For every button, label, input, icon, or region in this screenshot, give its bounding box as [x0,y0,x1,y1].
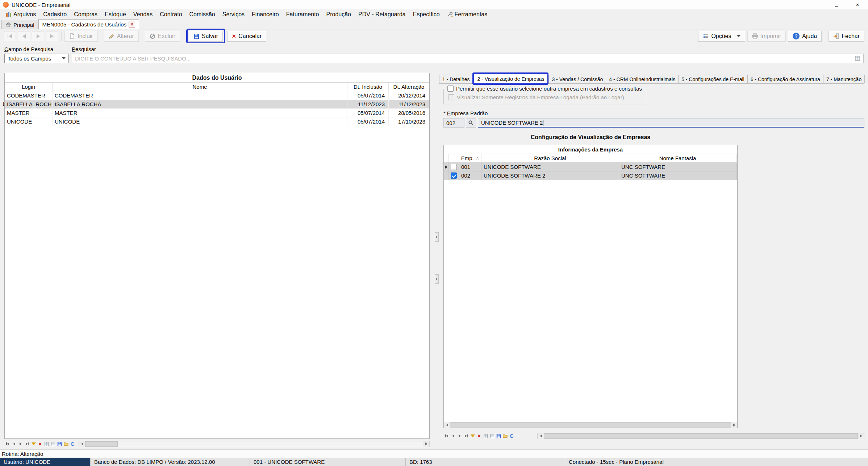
allow-other-company-checkbox[interactable] [447,86,454,92]
save-layout-button[interactable] [496,433,502,439]
fechar-button[interactable]: Fechar [829,31,864,42]
table-row[interactable]: CODEMASTER CODEMASTER 05/07/2014 20/12/2… [5,91,429,100]
scroll-right-button[interactable] [423,441,429,447]
grid-view-button[interactable] [483,433,489,439]
company-visible-checkbox[interactable] [451,172,457,179]
menu-item-especifico[interactable]: Específico [409,10,443,19]
grid-view-button[interactable] [43,441,50,447]
nav-next-button[interactable] [456,433,463,439]
company-grid-scrollbar[interactable] [444,422,737,428]
splitter-collapse-button[interactable] [435,274,439,284]
record-next-button[interactable] [32,31,44,41]
tab-men0005-cadastros-usuarios[interactable]: MEN0005 - Cadastros de Usuários × [38,19,139,29]
table-row[interactable]: UNICODE UNICODE 05/07/2014 17/10/2023 [5,117,429,126]
default-company-code-field[interactable]: 002 [443,118,464,128]
table-row[interactable]: MASTER MASTER 05/07/2014 28/05/2016 [5,109,429,117]
company-lookup-button[interactable] [466,118,476,128]
menu-item-arquivos[interactable]: Arquivos [2,10,39,19]
nav-first-button[interactable] [4,441,11,447]
company-row[interactable]: 002 UNICODE SOFTWARE 2 UNC SOFTWARE [444,171,737,180]
scroll-right-button[interactable] [858,433,864,439]
nav-next-button[interactable] [17,441,24,447]
refresh-button[interactable] [509,433,515,439]
excluir-button[interactable]: Excluir [145,31,180,42]
alterar-button[interactable]: Alterar [104,31,139,42]
export-button[interactable] [489,433,495,439]
open-layout-button[interactable] [502,433,508,439]
close-button[interactable]: × [847,0,868,9]
filter-funnel-button[interactable] [30,441,37,447]
panel-horizontal-scrollbar[interactable] [537,433,864,439]
scroll-right-button[interactable] [731,422,737,428]
scrollbar-thumb[interactable] [85,441,118,447]
minimize-button[interactable] [805,0,826,9]
company-row[interactable]: 001 UNICODE SOFTWARE UNC SOFTWARE [444,163,737,171]
save-layout-button[interactable] [57,441,63,447]
nav-first-button[interactable] [443,433,450,439]
scroll-left-button[interactable] [538,433,544,439]
column-header-nome[interactable]: Nome [53,83,347,91]
menu-item-estoque[interactable]: Estoque [101,10,130,19]
ajuda-button[interactable]: ?Ajuda [788,31,822,42]
menu-item-vendas[interactable]: Vendas [130,10,156,19]
allow-other-company-option[interactable]: Permitir que esse usuário selecione outr… [446,86,643,92]
tab-visualizacao-de-empresas[interactable]: 2 - Visualização de Empresas [474,74,547,83]
tab-configuracao-assinatura[interactable]: 6 - Configuração de Assinatura [747,75,823,83]
menu-item-ferramentas[interactable]: Ferramentas [443,10,491,19]
nav-last-button[interactable] [24,441,30,447]
clear-filter-button[interactable]: × [37,441,43,447]
scrollbar-track[interactable] [118,441,423,447]
record-first-button[interactable] [4,31,16,41]
tab-crm-online[interactable]: 4 - CRM OnlineIndustrialmais [606,75,679,83]
company-visible-checkbox[interactable] [451,164,457,170]
scrollbar-thumb[interactable] [450,422,731,428]
scroll-left-button[interactable] [79,441,85,447]
view-only-logged-checkbox[interactable] [448,94,454,100]
tab-configuracoes-email[interactable]: 5 - Configurações de E-mail [678,75,748,83]
filter-funnel-button[interactable] [470,433,476,439]
view-only-logged-option[interactable]: Visualizar Somente Registros da Empresa … [448,94,642,100]
search-input[interactable]: DIGITE O CONTEÚDO A SER PESQUISADO... [72,54,864,63]
panel-splitter[interactable] [434,66,439,449]
table-row-selected[interactable]: I ISABELLA_ROCHA ISABELLA ROCHA 11/12/20… [5,100,429,109]
tab-detalhes[interactable]: 1 - Detalhes [439,75,473,83]
menu-item-compras[interactable]: Compras [70,10,101,19]
incluir-button[interactable]: Incluir [64,31,98,42]
default-company-name-field[interactable]: UNICODE SOFTWARE 2 [478,118,864,128]
column-header-login[interactable]: Login [5,83,53,91]
menu-item-servicos[interactable]: Serviços [219,10,248,19]
nav-prev-button[interactable] [450,433,456,439]
tab-manutencao[interactable]: 7 - Manutenção [823,75,865,83]
column-header-dt-alteracao[interactable]: Dt. Alteração [389,83,429,91]
clear-filter-button[interactable]: × [476,433,482,439]
imprimir-button[interactable]: Imprimir [747,31,786,42]
opcoes-button[interactable]: Opções [698,31,745,42]
salvar-button[interactable]: Salvar [189,31,223,42]
menu-item-contrato[interactable]: Contrato [156,10,185,19]
search-field-select[interactable]: Todos os Campos [4,54,69,63]
tab-8[interactable]: 8 - D [864,75,868,83]
record-last-button[interactable] [46,31,58,41]
horizontal-scrollbar[interactable] [79,441,430,447]
menu-item-financeiro[interactable]: Financeiro [248,10,283,19]
cancelar-button[interactable]: ×Cancelar [227,31,266,42]
menu-item-producao[interactable]: Produção [322,10,355,19]
tab-vendas-comissao[interactable]: 3 - Vendas / Comissão [548,75,606,83]
column-header-razao-social[interactable]: Razão Social [481,154,619,162]
advanced-search-icon[interactable] [855,55,860,61]
tab-principal[interactable]: Principal [1,20,38,29]
nav-prev-button[interactable] [11,441,17,447]
nav-last-button[interactable] [463,433,469,439]
export-button[interactable] [50,441,56,447]
splitter-collapse-button[interactable] [435,232,439,242]
column-header-emp[interactable]: Emp. △ [459,154,481,162]
tab-close-icon[interactable]: × [129,21,135,28]
scroll-left-button[interactable] [444,422,450,428]
scrollbar-thumb[interactable] [544,433,858,439]
maximize-button[interactable] [826,0,847,9]
menu-item-comissao[interactable]: Comissão [186,10,219,19]
column-header-dt-inclusao[interactable]: Dt. Inclusão [347,83,389,91]
menu-item-cadastro[interactable]: Cadastro [39,10,70,19]
menu-item-pdv-retaguarda[interactable]: PDV - Retaguarda [355,10,409,19]
refresh-button[interactable] [70,441,76,447]
